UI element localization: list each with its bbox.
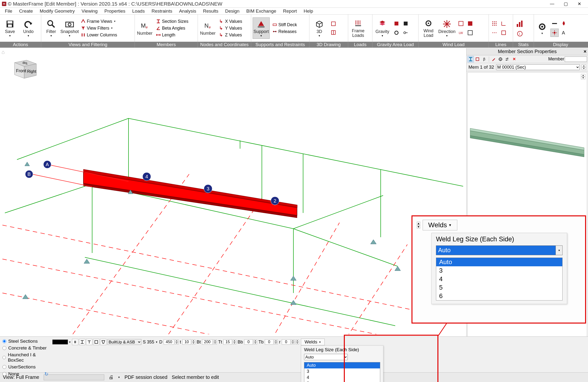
r-input[interactable] [282,339,291,345]
menu-analysis[interactable]: Analysis [176,8,199,14]
menu-modify-geometry[interactable]: Modify Geometry [37,8,78,14]
Tt-input[interactable] [223,339,232,345]
node-number-button[interactable]: N# Number [199,18,216,39]
length-button[interactable]: Length [155,32,190,38]
view-filters-button[interactable]: View Filters ▼ [80,25,119,31]
radio-steel[interactable]: Steel Sections [2,339,48,344]
gravity-button[interactable]: Gravity▼ [374,18,391,39]
menu-viewing[interactable]: Viewing [79,8,100,14]
shape-h[interactable] [79,339,85,345]
radio-concrete[interactable]: Concrete & Timber [2,345,48,351]
shape-taper[interactable] [100,339,106,345]
support-button[interactable]: Support▼ [253,18,270,39]
lower-columns-button[interactable]: Lower Columns [80,32,119,38]
ptb-delete[interactable]: ✕ [511,56,517,62]
section-sizes-button[interactable]: Section Sizes [155,18,190,24]
ptb-beta[interactable]: β [481,56,487,62]
member-input[interactable] [565,57,587,62]
maximize-button[interactable]: ▢ [559,0,572,8]
snapshot-button[interactable]: Snapshot▼ [61,18,78,39]
grav-opt-2[interactable] [401,20,410,28]
disp-text-button[interactable]: A [560,29,568,37]
frame-loads-button[interactable]: Frame Loads [350,18,367,39]
shape-box[interactable] [93,339,99,345]
close-window-button[interactable]: ✕ [572,0,586,8]
x-values-button[interactable]: ↳X Values [218,18,244,24]
menu-file[interactable]: File [2,8,15,14]
printer-icon[interactable]: 🖨 [109,375,113,380]
welds-tab[interactable]: Welds▼ [301,339,325,345]
y-values-button[interactable]: ↳Y Values [218,25,244,31]
D-input[interactable] [164,339,174,345]
display-settings-button[interactable]: ▼ [535,18,549,39]
member-number-button[interactable]: M# Number [136,18,153,39]
member-select[interactable]: M 00001 (Sec) [496,64,580,70]
filter-button[interactable]: Filter▼ [43,18,60,39]
Bt-input[interactable] [202,339,213,345]
welds-tab-zoom[interactable]: Welds▼ [423,220,457,231]
radio-haunched[interactable]: Haunched I & BoxSec [2,352,48,363]
viewport-3d[interactable]: ⌂ Front Right Top [0,48,466,372]
menu-help[interactable]: Help [301,8,316,14]
lines-opt-2[interactable] [500,20,508,28]
disp-line-button[interactable] [550,20,559,28]
color-swatch[interactable] [52,340,68,344]
beta-angles-button[interactable]: Beta Angles [155,25,190,31]
disp-node-button[interactable] [550,29,559,37]
member-stepper[interactable]: ▲▼ [582,64,586,70]
Tb-input[interactable] [265,339,273,345]
wind-opt-2[interactable] [466,20,474,28]
ptb-pencil[interactable] [490,56,497,62]
preview-stepper[interactable]: ▲▼ [581,74,585,79]
direction-button[interactable]: Direction▼ [438,18,455,39]
disp-drop-button[interactable] [560,20,568,28]
menu-loads[interactable]: Loads [129,8,148,14]
undo-button[interactable]: Undo▼ [20,18,37,39]
shape-t[interactable] [86,339,92,345]
menu-restraints[interactable]: Restraints [149,8,175,14]
menu-results[interactable]: Results [200,8,221,14]
minimize-button[interactable]: — [545,0,559,8]
Bb-input[interactable] [244,339,253,345]
radio-user[interactable]: UserSections [2,364,48,370]
releases-button[interactable]: Releases [271,28,298,35]
stats-info-button[interactable]: i [515,30,525,38]
ptb-keep[interactable] [504,56,510,62]
welds-options-list[interactable]: Auto 3 4 5 6 [304,362,380,382]
lines-opt-4[interactable] [500,29,508,37]
wind-opt-1[interactable] [457,20,465,28]
stiff-deck-button[interactable]: Stiff Deck [271,21,298,28]
welds-select[interactable]: Auto [304,354,348,360]
lines-opt-3[interactable] [490,29,499,37]
category-select[interactable]: BuiltUp & ASB [107,339,141,345]
wind-opt-4[interactable] [466,29,474,37]
wind-opt-3[interactable]: LW [457,29,465,37]
3d-button[interactable]: 3D▼ [311,18,328,39]
close-icon[interactable]: ✕ [583,49,587,54]
frame-views-button[interactable]: Frame Views ▼ [80,18,119,24]
grav-opt-1[interactable] [392,20,400,28]
wind-load-button[interactable]: Wind Load [420,18,437,39]
t-input[interactable] [182,339,191,345]
z-values-button[interactable]: ↳Z Values [218,32,244,38]
shape-ii[interactable]: II [72,339,78,345]
ptb-isection[interactable] [467,56,474,62]
ptb-target[interactable] [497,56,504,62]
3d-opt-2[interactable] [329,28,337,37]
stats-button[interactable] [515,19,525,29]
3d-opt-1[interactable] [329,20,337,28]
menu-design[interactable]: Design [222,8,242,14]
menu-properties[interactable]: Properties [102,8,128,14]
menu-create[interactable]: Create [16,8,36,14]
welds-options-list-zoom[interactable]: Auto 3 4 5 6 [436,257,563,300]
save-button[interactable]: Save▼ [1,18,19,39]
welds-select-zoom[interactable]: Auto [436,245,556,255]
lines-opt-1[interactable] [490,20,499,28]
radio-none[interactable]: None [2,371,19,377]
menu-report[interactable]: Report [280,8,300,14]
ptb-rect[interactable] [474,56,481,62]
menu-bim-exchange[interactable]: BIM Exchange [243,8,279,14]
grav-opt-4[interactable] [401,29,410,37]
refresh-icon[interactable]: ↻ [44,371,48,377]
grav-opt-3[interactable] [392,29,400,37]
